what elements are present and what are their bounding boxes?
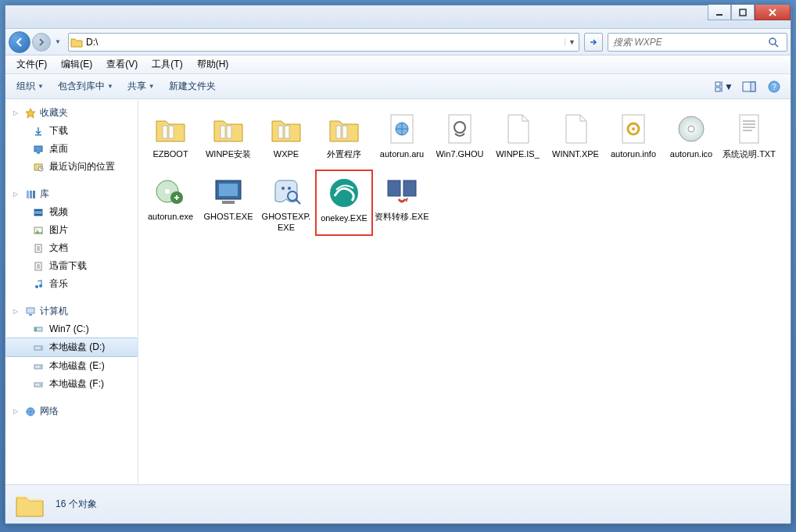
file-name: autorun.aru xyxy=(380,149,424,160)
sidebar-item[interactable]: 本地磁盘 (F:) xyxy=(5,375,138,393)
search-input[interactable] xyxy=(608,37,768,48)
sidebar-item-label: 音乐 xyxy=(49,277,68,291)
svg-rect-20 xyxy=(34,209,42,211)
toolbar: 组织▼ 包含到库中▼ 共享▼ 新建文件夹 ▼ ? xyxy=(5,74,791,99)
menu-view[interactable]: 查看(V) xyxy=(100,56,144,73)
svg-rect-31 xyxy=(34,327,37,331)
sidebar-item-label: 下载 xyxy=(49,124,68,137)
file-item[interactable]: onekey.EXE xyxy=(315,170,373,237)
nav-history-dropdown[interactable]: ▼ xyxy=(52,31,63,53)
sidebar-item[interactable]: 音乐 xyxy=(5,275,138,293)
file-item[interactable]: WXPE xyxy=(257,107,315,163)
file-item[interactable]: autorun.aru xyxy=(373,107,431,163)
maximize-button[interactable] xyxy=(731,5,755,20)
svg-rect-62 xyxy=(222,201,235,204)
file-item[interactable]: WINPE.IS_ xyxy=(489,107,547,163)
title-bar xyxy=(5,5,791,29)
file-item[interactable]: autorun.ico xyxy=(662,107,720,163)
sidebar-item[interactable]: 最近访问的位置 xyxy=(5,158,138,176)
computer-header[interactable]: ▷ 计算机 xyxy=(5,302,138,320)
file-icon xyxy=(325,174,363,212)
address-input[interactable] xyxy=(84,37,565,48)
sidebar-item-label: 本地磁盘 (D:) xyxy=(49,341,105,354)
sidebar-item[interactable]: 文档 xyxy=(5,239,138,257)
svg-rect-4 xyxy=(722,82,722,86)
file-item[interactable]: autorun.exe xyxy=(142,170,199,237)
file-item[interactable]: Win7.GHOU xyxy=(431,107,489,163)
search-box[interactable] xyxy=(608,33,787,52)
sidebar-item[interactable]: 视频 xyxy=(5,203,138,221)
svg-point-37 xyxy=(40,384,41,385)
file-item[interactable]: GHOST.EXE xyxy=(199,170,257,237)
file-icon xyxy=(557,110,594,148)
sidebar-item[interactable]: 图片 xyxy=(5,221,138,239)
sidebar-item[interactable]: 迅雷下载 xyxy=(5,257,138,275)
navigation-pane[interactable]: ▷ 收藏夹 下载桌面最近访问的位置 ▷ 库 视频图片文档迅雷下载音乐 ▷ xyxy=(5,99,138,484)
file-item[interactable]: 资料转移.EXE xyxy=(373,170,431,237)
menu-file[interactable]: 文件(F) xyxy=(10,56,53,73)
menu-edit[interactable]: 编辑(E) xyxy=(55,56,99,73)
file-item[interactable]: WINNT.XPE xyxy=(547,107,604,163)
help-button[interactable]: ? xyxy=(764,78,784,95)
svg-rect-49 xyxy=(449,115,471,143)
svg-point-27 xyxy=(39,284,42,287)
go-button[interactable] xyxy=(584,33,603,52)
forward-button[interactable] xyxy=(32,33,51,52)
sidebar-item[interactable]: 下载 xyxy=(5,122,138,140)
network-icon xyxy=(24,405,37,418)
organize-button[interactable]: 组织▼ xyxy=(12,77,48,95)
sidebar-item-label: 本地磁盘 (E:) xyxy=(49,359,105,373)
include-library-button[interactable]: 包含到库中▼ xyxy=(53,77,118,95)
file-name: WINNT.XPE xyxy=(552,149,599,160)
svg-rect-44 xyxy=(285,126,289,138)
file-list[interactable]: EZBOOTWINPE安装WXPE外置程序autorun.aruWin7.GHO… xyxy=(138,99,791,484)
file-icon xyxy=(267,110,305,148)
drive-icon xyxy=(32,360,45,373)
file-item[interactable]: EZBOOT xyxy=(142,107,199,163)
menu-tools[interactable]: 工具(T) xyxy=(145,56,188,73)
address-bar[interactable]: ▼ xyxy=(68,33,579,52)
file-icon xyxy=(383,110,421,148)
file-icon xyxy=(672,110,710,148)
menu-help[interactable]: 帮助(H) xyxy=(191,56,235,73)
sidebar-item[interactable]: 本地磁盘 (D:) xyxy=(5,337,138,357)
sidebar-item-label: 桌面 xyxy=(49,142,68,155)
drive-icon xyxy=(32,378,45,391)
svg-point-53 xyxy=(632,127,635,130)
search-icon[interactable] xyxy=(768,37,787,48)
svg-point-66 xyxy=(330,179,358,207)
libraries-header[interactable]: ▷ 库 xyxy=(5,185,138,203)
svg-rect-56 xyxy=(740,115,758,143)
file-name: autorun.exe xyxy=(148,212,193,223)
svg-rect-41 xyxy=(221,126,225,138)
new-folder-button[interactable]: 新建文件夹 xyxy=(164,77,221,95)
sidebar-item[interactable]: 桌面 xyxy=(5,140,138,158)
file-item[interactable]: 系统说明.TXT xyxy=(720,107,778,163)
close-button[interactable] xyxy=(755,5,791,20)
drive-sys-icon xyxy=(32,323,45,335)
doc-icon xyxy=(32,242,45,255)
file-item[interactable]: 外置程序 xyxy=(315,107,373,163)
file-item[interactable]: GHOSTEXP.EXE xyxy=(257,170,315,237)
view-options-button[interactable]: ▼ xyxy=(714,78,734,95)
file-icon xyxy=(152,110,189,148)
music-icon xyxy=(32,278,45,291)
file-icon xyxy=(441,110,479,148)
svg-point-2 xyxy=(769,38,776,45)
network-header[interactable]: ▷ 网络 xyxy=(5,402,138,420)
sidebar-item[interactable]: Win7 (C:) xyxy=(5,320,138,337)
file-item[interactable]: autorun.info xyxy=(604,107,662,163)
favorites-header[interactable]: ▷ 收藏夹 xyxy=(5,104,138,122)
address-dropdown[interactable]: ▼ xyxy=(565,38,579,46)
svg-rect-21 xyxy=(34,214,42,216)
minimize-button[interactable] xyxy=(708,5,731,20)
back-button[interactable] xyxy=(9,31,30,53)
file-item[interactable]: WINPE安装 xyxy=(199,107,257,163)
svg-rect-11 xyxy=(35,134,41,136)
preview-pane-button[interactable] xyxy=(739,78,759,95)
share-button[interactable]: 共享▼ xyxy=(123,77,160,95)
navigation-bar: ▼ ▼ xyxy=(5,29,791,55)
sidebar-item[interactable]: 本地磁盘 (E:) xyxy=(5,357,138,375)
file-name: GHOST.EXE xyxy=(204,212,253,223)
svg-rect-3 xyxy=(715,82,720,86)
